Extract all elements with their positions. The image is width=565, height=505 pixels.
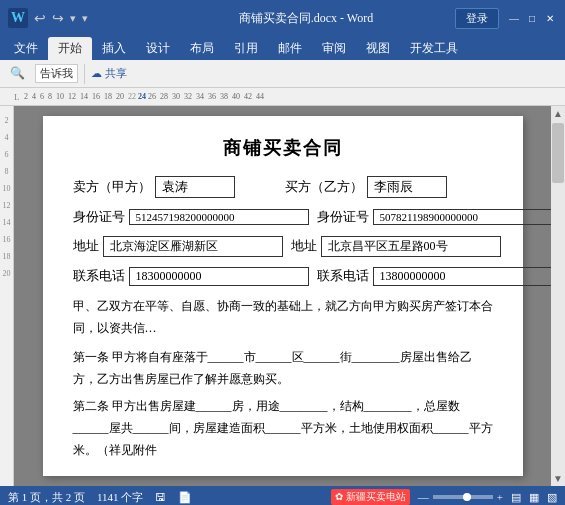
char-count: 1141 个字: [97, 490, 143, 505]
undo-button[interactable]: ↩: [34, 10, 46, 27]
restore-button[interactable]: □: [525, 11, 539, 25]
document-page: 商铺买卖合同 卖方（甲方） 袁涛 买方（乙方） 李雨辰 身份证号 5124571…: [43, 116, 523, 476]
intro-paragraph: 甲、乙双方在平等、自愿、协商一致的基础上，就乙方向甲方购买房产签订本合同，以资共…: [73, 296, 493, 339]
tab-design[interactable]: 设计: [136, 37, 180, 60]
zoom-in-icon[interactable]: +: [497, 491, 503, 503]
buyer-addr-label: 地址: [291, 237, 317, 255]
document-area: 2 4 6 8 10 12 14 16 18 20 商铺买卖合同 卖方（甲方） …: [0, 106, 565, 486]
parties-row: 卖方（甲方） 袁涛 买方（乙方） 李雨辰: [73, 176, 493, 198]
buyer-id-field: 身份证号 507821198900000000: [317, 208, 552, 226]
tab-review[interactable]: 审阅: [312, 37, 356, 60]
tab-mail[interactable]: 邮件: [268, 37, 312, 60]
layout-icon-3[interactable]: ▧: [547, 491, 557, 504]
buyer-addr-field: 地址 北京昌平区五星路00号: [291, 236, 505, 257]
window-title: 商铺买卖合同.docx - Word: [157, 10, 455, 27]
seller-id-value[interactable]: 512457198200000000: [129, 209, 309, 225]
ribbon-bar: 🔍 告诉我 ☁ 共享: [0, 60, 565, 88]
buyer-field: 买方（乙方） 李雨辰: [285, 176, 493, 198]
seller-name[interactable]: 袁涛: [155, 176, 235, 198]
watermark-logo: ✿ 新疆买卖电站: [331, 489, 410, 505]
status-left: 第 1 页，共 2 页 1141 个字 🖫 📄: [8, 490, 331, 505]
seller-phone-label: 联系电话: [73, 267, 125, 285]
window-controls: — □ ✕: [507, 11, 557, 25]
buyer-phone-value[interactable]: 13800000000: [373, 267, 552, 286]
article-2: 第二条 甲方出售房屋建______房，用途________，结构________…: [73, 396, 493, 461]
tab-insert[interactable]: 插入: [92, 37, 136, 60]
zoom-out-icon[interactable]: —: [418, 491, 429, 503]
autosave-button[interactable]: ▾: [70, 12, 76, 25]
vertical-scrollbar[interactable]: ▲ ▼: [551, 106, 565, 486]
search-box[interactable]: 告诉我: [35, 64, 78, 83]
left-ruler: 2 4 6 8 10 12 14 16 18 20: [0, 106, 14, 486]
tab-file[interactable]: 文件: [4, 37, 48, 60]
buyer-id-value[interactable]: 507821198900000000: [373, 209, 552, 225]
seller-addr-field: 地址 北京海淀区雁湖新区: [73, 236, 287, 257]
zoom-bar[interactable]: — +: [418, 491, 503, 503]
seller-label: 卖方（甲方）: [73, 178, 151, 196]
phone-row: 联系电话 18300000000 联系电话 13800000000: [73, 267, 493, 286]
tab-view[interactable]: 视图: [356, 37, 400, 60]
ribbon-separator: [84, 64, 85, 84]
title-separator: ▾: [82, 12, 88, 25]
search-icon[interactable]: 🔍: [6, 64, 29, 83]
tab-home[interactable]: 开始: [48, 37, 92, 60]
seller-id-label: 身份证号: [73, 208, 125, 226]
document-scroll[interactable]: 商铺买卖合同 卖方（甲方） 袁涛 买方（乙方） 李雨辰 身份证号 5124571…: [14, 106, 551, 486]
seller-addr-label: 地址: [73, 237, 99, 255]
tab-layout[interactable]: 布局: [180, 37, 224, 60]
zoom-track[interactable]: [433, 495, 493, 499]
buyer-id-label: 身份证号: [317, 208, 369, 226]
title-bar-left: W ↩ ↪ ▾ ▾: [8, 8, 157, 28]
layout-icon-1[interactable]: ▤: [511, 491, 521, 504]
scroll-thumb[interactable]: [552, 123, 564, 183]
zoom-thumb: [463, 493, 471, 501]
login-button[interactable]: 登录: [455, 8, 499, 29]
status-right: ✿ 新疆买卖电站 — + ▤ ▦ ▧: [331, 489, 557, 505]
close-button[interactable]: ✕: [543, 11, 557, 25]
layout-icon-2[interactable]: ▦: [529, 491, 539, 504]
seller-field: 卖方（甲方） 袁涛: [73, 176, 281, 198]
buyer-addr-value[interactable]: 北京昌平区五星路00号: [321, 236, 501, 257]
minimize-button[interactable]: —: [507, 11, 521, 25]
article-1: 第一条 甲方将自有座落于______市______区______街_______…: [73, 347, 493, 390]
title-bar: W ↩ ↪ ▾ ▾ 商铺买卖合同.docx - Word 登录 — □ ✕: [0, 0, 565, 36]
search-placeholder: 告诉我: [40, 66, 73, 81]
buyer-name[interactable]: 李雨辰: [367, 176, 447, 198]
app-icon: W: [8, 8, 28, 28]
document-title: 商铺买卖合同: [73, 136, 493, 160]
page-info: 第 1 页，共 2 页: [8, 490, 85, 505]
id-row: 身份证号 512457198200000000 身份证号 50782119890…: [73, 208, 493, 226]
ribbon-tabs: 文件 开始 插入 设计 布局 引用 邮件 审阅 视图 开发工具: [0, 36, 565, 60]
tab-references[interactable]: 引用: [224, 37, 268, 60]
status-bar: 第 1 页，共 2 页 1141 个字 🖫 📄 ✿ 新疆买卖电站 — + ▤ ▦…: [0, 486, 565, 505]
top-ruler: L 2 4 6 8 10 12 14 16 18 20 22 24 26 28 …: [0, 88, 565, 106]
buyer-phone-label: 联系电话: [317, 267, 369, 285]
seller-addr-value[interactable]: 北京海淀区雁湖新区: [103, 236, 283, 257]
redo-button[interactable]: ↪: [52, 10, 64, 27]
status-icon-1: 🖫: [155, 491, 166, 503]
share-button[interactable]: ☁ 共享: [91, 66, 127, 81]
seller-phone-value[interactable]: 18300000000: [129, 267, 309, 286]
buyer-label: 买方（乙方）: [285, 178, 363, 196]
seller-id-field: 身份证号 512457198200000000: [73, 208, 313, 226]
address-row: 地址 北京海淀区雁湖新区 地址 北京昌平区五星路00号: [73, 236, 493, 257]
tab-developer[interactable]: 开发工具: [400, 37, 468, 60]
status-icon-2: 📄: [178, 491, 192, 504]
scroll-up-arrow[interactable]: ▲: [551, 106, 565, 121]
buyer-phone-field: 联系电话 13800000000: [317, 267, 552, 286]
scroll-down-arrow[interactable]: ▼: [551, 471, 565, 486]
seller-phone-field: 联系电话 18300000000: [73, 267, 313, 286]
